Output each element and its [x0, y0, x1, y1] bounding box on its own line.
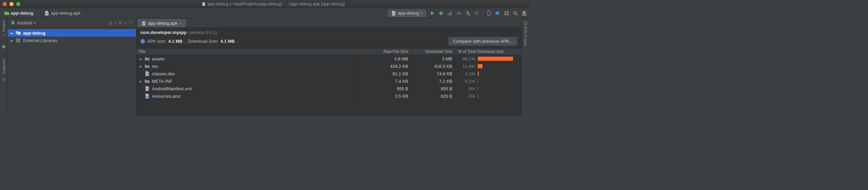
library-icon — [16, 38, 21, 43]
svg-rect-13 — [505, 11, 506, 13]
stop-button — [474, 11, 479, 16]
maximize-window-button[interactable] — [16, 2, 20, 6]
svg-rect-31 — [146, 66, 147, 67]
close-window-button[interactable] — [3, 2, 7, 6]
table-row[interactable]: resources.arsc3.5 KB625 B0% — [136, 92, 521, 100]
raw-size: 7.4 KB — [357, 78, 411, 84]
expand-arrow-icon[interactable]: ▸ — [139, 64, 142, 69]
debug-button[interactable] — [438, 11, 444, 16]
close-tab-button[interactable]: × — [180, 21, 182, 26]
expand-arrow-icon[interactable]: ▸ — [139, 79, 142, 84]
tree-node-external-libraries[interactable]: ▸ External Libraries — [7, 37, 136, 44]
apk-size-value: 4.1 MB — [168, 39, 182, 44]
file-type-icon — [144, 63, 150, 69]
run-config-selector[interactable]: app-debug ▾ — [388, 10, 426, 17]
col-header-download[interactable]: Download Size — [411, 49, 455, 55]
svg-point-23 — [110, 22, 111, 23]
project-tool-window: Android ▾ | ▾ ▸ app-debug ▸ — [7, 18, 136, 116]
minimize-window-button[interactable] — [9, 2, 14, 6]
toolbar-separator — [482, 10, 483, 16]
raw-size: 955 B — [357, 86, 411, 92]
svg-rect-15 — [505, 14, 506, 15]
gear-icon[interactable] — [118, 21, 123, 25]
table-row[interactable]: 01classes.dex81.1 KB74.8 KB2.1% — [136, 70, 521, 77]
svg-point-20 — [2, 45, 5, 49]
android-icon — [2, 45, 6, 50]
download-size: 3 MB — [411, 56, 455, 62]
svg-line-18 — [516, 14, 517, 15]
profile-button[interactable] — [447, 11, 453, 16]
editor-tabbar: app-debug.apk × — [136, 18, 521, 27]
svg-point-2 — [440, 12, 442, 15]
percent-bar — [478, 56, 519, 61]
file-name: META-INF — [152, 79, 172, 84]
target-icon[interactable] — [108, 21, 113, 25]
run-button[interactable] — [430, 11, 435, 16]
svg-rect-16 — [507, 14, 509, 15]
sync-button[interactable] — [504, 11, 509, 16]
editor-tab[interactable]: app-debug.apk × — [138, 19, 186, 27]
gauge-icon[interactable] — [456, 11, 461, 16]
col-header-raw[interactable]: Raw File Size — [357, 49, 411, 55]
tool-tab-project[interactable]: 1: Project — [2, 20, 6, 36]
project-view-selector[interactable]: Android ▾ — [10, 20, 36, 26]
svg-rect-26 — [16, 38, 17, 42]
table-row[interactable]: ▸assets3.6 MB3 MB86.1% — [136, 55, 521, 62]
tree-node-root[interactable]: ▸ app-debug — [7, 29, 136, 37]
percent-label: 0% — [458, 86, 475, 91]
window-titlebar: app-debug [~/ApkProjects/app-debug] - ..… — [0, 0, 529, 8]
sdk-manager-button[interactable] — [495, 11, 500, 16]
project-view-label: Android — [17, 20, 32, 25]
tree-node-label: app-debug — [23, 31, 45, 36]
file-icon — [202, 2, 206, 6]
breadcrumb-root[interactable]: app-debug 〉 — [2, 10, 41, 17]
package-version: (version 0.0.1) — [189, 30, 217, 35]
table-row[interactable]: ▸META-INF7.4 KB7.2 KB0.2% — [136, 77, 521, 85]
package-header: com.developer.myapp (version 0.0.1) — [136, 27, 521, 36]
percent-bar — [478, 93, 519, 99]
apk-analyzer-body: com.developer.myapp (version 0.0.1) i AP… — [136, 27, 521, 116]
col-header-percent[interactable]: % of Total Download size — [455, 49, 521, 55]
table-row[interactable]: AndroidManifest.xml955 B955 B0% — [136, 85, 521, 92]
percent-label: 0% — [458, 94, 475, 99]
svg-rect-4 — [449, 12, 450, 15]
file-type-icon — [144, 56, 150, 61]
svg-text:01: 01 — [146, 73, 148, 75]
file-name: assets — [152, 56, 165, 61]
expand-arrow-icon[interactable]: ▸ — [10, 31, 14, 36]
svg-rect-14 — [507, 11, 509, 13]
svg-point-24 — [119, 22, 121, 24]
module-folder-icon — [16, 30, 21, 36]
percent-cell: 86.1% — [455, 56, 521, 61]
avd-manager-button[interactable] — [486, 11, 492, 16]
col-header-file[interactable]: File — [136, 49, 357, 55]
breadcrumb-file[interactable]: app-debug.apk 〉 — [42, 10, 88, 17]
file-type-icon — [144, 93, 150, 99]
compare-apk-button[interactable]: Compare with previous APK... — [449, 37, 517, 45]
table-row[interactable]: ▸res434.2 KB416.5 KB11.6% — [136, 62, 521, 70]
apk-size-row: i APK size: 4.1 MB, Download Size: 4.1 M… — [136, 36, 521, 48]
collapse-icon[interactable] — [129, 21, 133, 25]
window-title: app-debug [~/ApkProjects/app-debug] - ..… — [20, 1, 526, 6]
expand-arrow-icon[interactable]: ▸ — [139, 56, 142, 61]
download-size-value: 4.1 MB — [220, 39, 235, 44]
percent-cell: 0% — [455, 86, 521, 91]
svg-rect-35 — [146, 89, 149, 90]
tool-tab-apk-project[interactable]: APK Project — [524, 26, 528, 46]
expand-arrow-icon[interactable]: ▸ — [10, 38, 14, 43]
svg-rect-0 — [46, 13, 48, 14]
download-size: 955 B — [411, 86, 455, 92]
chevron-right-icon: 〉 — [82, 10, 86, 16]
file-name: res — [152, 64, 158, 69]
user-icon[interactable] — [521, 11, 527, 16]
raw-size: 434.2 KB — [357, 63, 411, 70]
svg-rect-30 — [145, 66, 146, 67]
file-type-icon: 01 — [144, 71, 150, 76]
percent-bar — [478, 71, 519, 76]
attach-button[interactable] — [465, 11, 470, 16]
svg-rect-3 — [448, 14, 449, 15]
toolbar-separator: | — [115, 20, 116, 25]
tool-tab-captures[interactable]: Captures — [2, 59, 6, 74]
raw-size: 3.5 KB — [357, 93, 411, 99]
search-button[interactable] — [513, 11, 518, 16]
